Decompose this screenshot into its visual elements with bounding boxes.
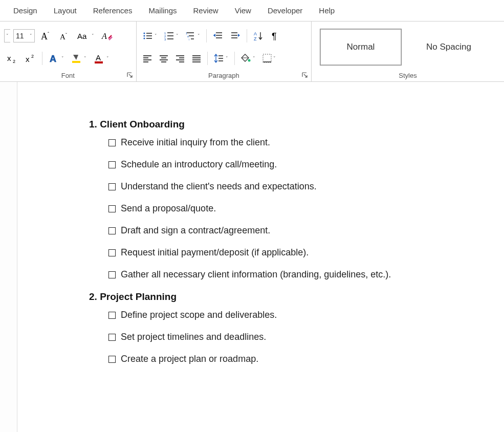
change-case-button[interactable]: Aa˅: [75, 28, 96, 44]
svg-rect-14: [95, 61, 103, 63]
line-spacing-button[interactable]: ˅: [212, 51, 230, 66]
decrease-indent-button[interactable]: [211, 28, 225, 44]
svg-text:ˆ: ˆ: [48, 31, 49, 36]
font-size-input[interactable]: 11 ˅: [13, 29, 35, 42]
section-heading: 1. Client Onboarding: [89, 119, 504, 130]
decrease-font-size-button[interactable]: Aˇ: [56, 28, 72, 44]
svg-rect-49: [160, 55, 168, 56]
text-effects-button[interactable]: A˅: [47, 51, 66, 66]
list-item: Request initial payment/deposit (if appl…: [108, 247, 504, 258]
style-no-spacing[interactable]: No Spacing: [408, 29, 490, 66]
subscript-button[interactable]: x2: [4, 51, 19, 66]
list-item-text: Gather all necessary client information …: [121, 269, 391, 280]
list-item: Schedule an introductory call/meeting.: [108, 159, 504, 170]
svg-text:A: A: [96, 53, 101, 62]
svg-rect-12: [72, 61, 80, 63]
tab-view[interactable]: View: [227, 1, 259, 20]
page-gutter: [0, 82, 17, 432]
tab-references[interactable]: References: [85, 1, 141, 20]
group-font: ˅ 11 ˅ Aˆ Aˇ Aa˅ A: [0, 21, 137, 81]
checkbox-icon[interactable]: [108, 334, 116, 341]
svg-point-17: [143, 35, 145, 36]
font-size-value: 11: [16, 32, 24, 40]
list-item-text: Receive initial inquiry from the client.: [121, 137, 270, 148]
justify-button[interactable]: [190, 51, 203, 66]
list-item-text: Create a project plan or roadmap.: [121, 354, 258, 364]
superscript-button[interactable]: x2: [23, 51, 38, 66]
list-item: Send a proposal/quote.: [108, 203, 504, 214]
checkbox-icon[interactable]: [108, 356, 116, 363]
borders-button[interactable]: ˅: [260, 51, 278, 66]
svg-text:A: A: [41, 31, 48, 41]
increase-font-size-button[interactable]: Aˆ: [38, 28, 53, 44]
svg-point-65: [248, 59, 250, 62]
svg-rect-57: [192, 55, 201, 56]
font-name-dropdown[interactable]: ˅: [4, 29, 10, 42]
shading-button[interactable]: ˅: [239, 51, 257, 66]
increase-indent-button[interactable]: [228, 28, 243, 44]
svg-text:x: x: [7, 54, 11, 62]
section-number: 2.: [89, 291, 97, 302]
tab-mailings[interactable]: Mailings: [140, 1, 185, 20]
checkbox-icon[interactable]: [108, 183, 116, 190]
checkbox-icon[interactable]: [108, 205, 116, 212]
svg-text:A: A: [60, 33, 65, 41]
align-left-button[interactable]: [141, 51, 154, 66]
bullets-button[interactable]: ˅: [141, 28, 159, 44]
checkbox-icon[interactable]: [108, 271, 116, 278]
style-normal[interactable]: Normal: [320, 29, 402, 66]
checkbox-icon[interactable]: [108, 249, 116, 256]
svg-marker-41: [238, 34, 240, 37]
tab-help[interactable]: Help: [311, 1, 343, 20]
svg-rect-52: [161, 61, 166, 62]
sort-button[interactable]: AZ: [251, 28, 266, 44]
list-item-text: Define project scope and deliverables.: [121, 310, 277, 320]
svg-rect-29: [191, 38, 194, 39]
svg-rect-20: [146, 38, 152, 39]
font-color-button[interactable]: A˅: [92, 51, 111, 66]
svg-rect-55: [176, 59, 184, 60]
highlight-color-button[interactable]: ˅: [69, 51, 89, 66]
font-dialog-launcher[interactable]: [126, 71, 134, 79]
svg-rect-67: [263, 61, 271, 62]
svg-rect-45: [143, 55, 151, 56]
checkbox-icon[interactable]: [108, 227, 116, 234]
svg-marker-37: [213, 34, 215, 37]
svg-text:ˇ: ˇ: [65, 32, 67, 37]
svg-text:2: 2: [31, 54, 34, 59]
clear-formatting-button[interactable]: A: [99, 28, 115, 44]
section-number: 1.: [89, 119, 97, 129]
checkbox-icon[interactable]: [108, 139, 116, 146]
list-item-text: Request initial payment/deposit (if appl…: [121, 247, 309, 258]
group-paragraph: ˅ 123˅ 1ai˅ AZ: [137, 21, 312, 81]
svg-text:Aa: Aa: [77, 32, 87, 40]
svg-text:x: x: [26, 55, 30, 63]
multilevel-list-button[interactable]: 1ai˅: [184, 28, 202, 44]
svg-rect-54: [179, 57, 184, 58]
svg-text:i: i: [189, 38, 189, 40]
svg-rect-58: [192, 57, 201, 58]
svg-rect-47: [143, 59, 151, 60]
align-right-button[interactable]: [173, 51, 187, 66]
list-item: Create a project plan or roadmap.: [108, 354, 504, 364]
tab-layout[interactable]: Layout: [46, 1, 85, 20]
checkbox-icon[interactable]: [108, 312, 116, 319]
align-center-button[interactable]: [157, 51, 170, 66]
svg-rect-22: [167, 32, 173, 33]
paragraph-dialog-launcher[interactable]: [301, 71, 309, 79]
tab-review[interactable]: Review: [185, 1, 227, 20]
document-page[interactable]: 1. Client Onboarding Receive initial inq…: [17, 82, 504, 432]
svg-rect-48: [143, 61, 148, 62]
ribbon: ˅ 11 ˅ Aˆ Aˇ Aa˅ A: [0, 21, 504, 82]
numbering-button[interactable]: 123˅: [162, 28, 181, 44]
svg-text:¶: ¶: [272, 31, 277, 41]
tab-developer[interactable]: Developer: [259, 1, 311, 20]
svg-rect-39: [231, 35, 237, 36]
tab-design[interactable]: Design: [5, 1, 46, 20]
checkbox-icon[interactable]: [108, 161, 116, 168]
svg-rect-38: [231, 32, 237, 33]
svg-rect-62: [218, 58, 223, 59]
list-item-text: Schedule an introductory call/meeting.: [121, 159, 277, 170]
svg-rect-34: [216, 35, 222, 36]
show-paragraph-marks-button[interactable]: ¶: [269, 28, 282, 44]
